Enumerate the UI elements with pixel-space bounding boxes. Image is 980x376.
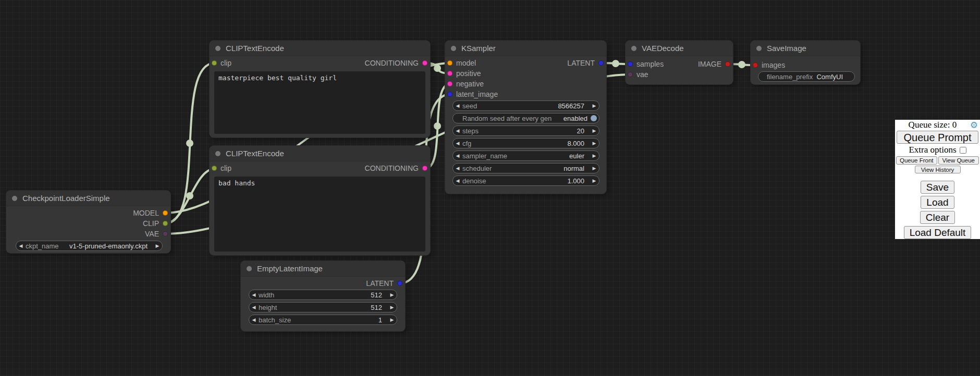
cfg-widget[interactable]: ◀ cfg 8.000 ▶ [452,138,599,148]
decrement-arrow-icon[interactable]: ◀ [453,129,462,133]
node-title-bar[interactable]: CLIPTextEncode [210,41,430,56]
widget-value[interactable]: 512 [371,291,387,299]
input-slot-negative[interactable]: negative [445,80,484,88]
image-slot-dot[interactable] [753,62,758,68]
filename-prefix-widget[interactable]: filename_prefix ComfyUI [758,71,855,82]
clip-slot-dot[interactable] [212,60,217,66]
collapse-dot-icon[interactable] [451,46,456,51]
input-slot-latent-image[interactable]: latent_image [445,90,498,98]
output-slot-conditioning[interactable]: CONDITIONING [365,59,430,67]
queue-prompt-button[interactable]: Queue Prompt [897,131,978,144]
widget-value[interactable]: 8566257 [558,102,590,110]
decrement-arrow-icon[interactable]: ◀ [453,179,462,183]
increment-arrow-icon[interactable]: ▶ [590,179,599,183]
node-title-bar[interactable]: SaveImage [751,41,860,56]
load-default-button[interactable]: Load Default [904,226,972,239]
latent-slot-dot[interactable] [397,281,402,286]
width-widget[interactable]: ◀ width 512 ▶ [249,290,397,300]
conditioning-slot-dot[interactable] [447,81,452,86]
collapse-dot-icon[interactable] [247,266,252,271]
latent-slot-dot[interactable] [628,61,633,67]
node-title-bar[interactable]: CheckpointLoaderSimple [6,191,170,206]
height-widget[interactable]: ◀ height 512 ▶ [249,302,397,312]
node-clip-text-encode-positive[interactable]: CLIPTextEncode clip CONDITIONING masterp… [210,41,430,137]
steps-widget[interactable]: ◀ steps 20 ▶ [452,126,599,136]
widget-value[interactable]: 20 [577,127,590,135]
node-clip-text-encode-negative[interactable]: CLIPTextEncode clip CONDITIONING bad han… [210,146,430,255]
latent-slot-dot[interactable] [447,92,452,97]
input-slot-clip[interactable]: clip [210,59,231,67]
latent-slot-dot[interactable] [598,60,604,66]
model-slot-dot[interactable] [163,210,168,216]
collapse-dot-icon[interactable] [215,46,220,51]
batch-size-widget[interactable]: ◀ batch_size 1 ▶ [249,315,397,325]
increment-arrow-icon[interactable]: ▶ [387,305,397,310]
view-queue-button[interactable]: View Queue [938,156,979,165]
seed-widget[interactable]: ◀ seed 8566257 ▶ [452,101,599,111]
load-button[interactable]: Load [921,196,954,209]
toggle-on-dot[interactable] [591,115,597,121]
increment-arrow-icon[interactable]: ▶ [387,293,397,297]
collapse-dot-icon[interactable] [756,46,762,51]
node-title-bar[interactable]: VAEDecode [626,41,733,56]
increment-arrow-icon[interactable]: ▶ [590,166,599,171]
extra-options-checkbox[interactable] [960,147,966,154]
decrement-arrow-icon[interactable]: ◀ [16,244,26,248]
node-title-bar[interactable]: CLIPTextEncode [210,146,430,161]
sampler-name-widget[interactable]: ◀ sampler_name euler ▶ [452,151,599,161]
node-ksampler[interactable]: KSampler model LATENT positive negative … [445,41,606,194]
conditioning-slot-dot[interactable] [422,60,427,66]
scheduler-widget[interactable]: ◀ scheduler normal ▶ [452,163,599,173]
increment-arrow-icon[interactable]: ▶ [153,244,162,248]
output-slot-latent[interactable]: LATENT [366,279,405,287]
widget-value[interactable]: euler [569,152,590,160]
input-slot-clip[interactable]: clip [210,164,231,172]
decrement-arrow-icon[interactable]: ◀ [453,154,462,158]
queue-front-button[interactable]: Queue Front [896,156,937,165]
decrement-arrow-icon[interactable]: ◀ [249,305,259,310]
decrement-arrow-icon[interactable]: ◀ [249,293,259,297]
widget-value[interactable]: ComfyUI [816,73,843,81]
input-slot-samples[interactable]: samples [626,60,664,68]
node-title-bar[interactable]: KSampler [445,41,606,56]
denoise-widget[interactable]: ◀ denoise 1.000 ▶ [452,176,599,186]
widget-value[interactable]: 1.000 [567,177,590,185]
vae-slot-dot[interactable] [628,72,633,77]
prompt-textarea[interactable]: bad hands [214,177,425,252]
comfyui-canvas[interactable]: { "icons": { "left_arrow": "◀", "right_a… [0,0,980,376]
clip-slot-dot[interactable] [163,221,168,226]
input-slot-model[interactable]: model [445,59,476,67]
vae-slot-dot[interactable] [163,231,168,236]
random-seed-toggle-widget[interactable]: Random seed after every gen enabled [452,113,599,123]
node-title-bar[interactable]: EmptyLatentImage [241,261,405,277]
clear-button[interactable]: Clear [920,211,955,224]
widget-value[interactable]: 512 [371,304,387,311]
node-checkpoint-loader-simple[interactable]: CheckpointLoaderSimple MODEL CLIP VAE ◀ … [6,191,170,253]
collapse-dot-icon[interactable] [12,196,17,201]
output-slot-latent[interactable]: LATENT [567,59,606,67]
widget-value[interactable]: 1 [378,316,387,324]
model-slot-dot[interactable] [447,60,452,66]
widget-value[interactable]: v1-5-pruned-emaonly.ckpt [69,242,153,250]
node-save-image[interactable]: SaveImage images filename_prefix ComfyUI [751,41,860,84]
input-slot-images[interactable]: images [751,61,785,69]
settings-gear-icon[interactable]: ⚙ [970,121,978,130]
view-history-button[interactable]: View History [915,166,961,173]
prompt-textarea[interactable]: masterpiece best quality girl [214,71,425,134]
conditioning-slot-dot[interactable] [422,166,427,171]
output-slot-model[interactable]: MODEL [133,209,170,217]
collapse-dot-icon[interactable] [631,46,636,51]
image-slot-dot[interactable] [725,61,730,67]
node-empty-latent-image[interactable]: EmptyLatentImage LATENT ◀ width 512 ▶ ◀ … [241,261,405,331]
clip-slot-dot[interactable] [212,166,217,171]
collapse-dot-icon[interactable] [215,151,220,156]
output-slot-vae[interactable]: VAE [145,230,170,238]
save-button[interactable]: Save [921,181,954,194]
output-slot-conditioning[interactable]: CONDITIONING [365,164,430,172]
increment-arrow-icon[interactable]: ▶ [387,318,397,322]
output-slot-clip[interactable]: CLIP [143,219,170,228]
ckpt-name-widget[interactable]: ◀ ckpt_name v1-5-pruned-emaonly.ckpt ▶ [16,241,163,251]
decrement-arrow-icon[interactable]: ◀ [249,318,259,322]
widget-value[interactable]: normal [564,165,590,172]
increment-arrow-icon[interactable]: ▶ [590,104,599,108]
